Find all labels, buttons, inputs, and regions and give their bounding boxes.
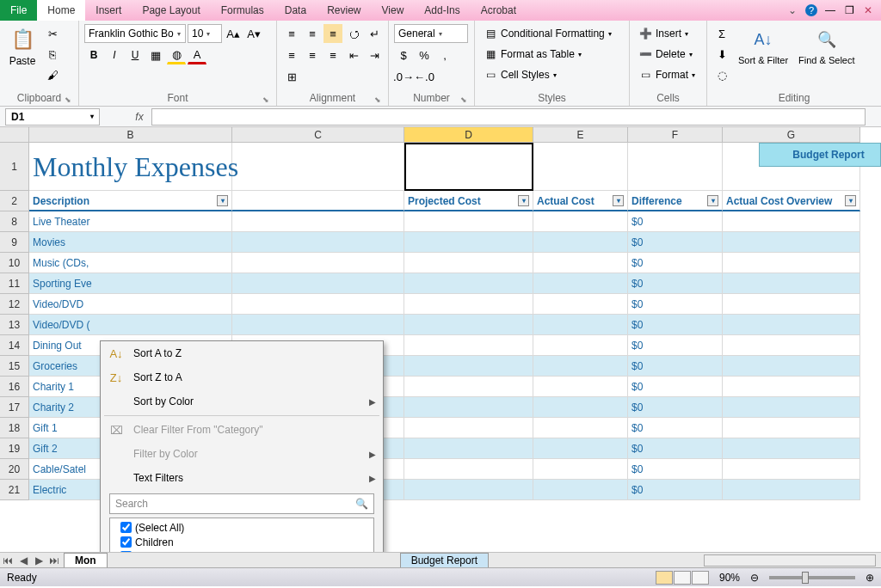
data-cell[interactable]: Video/DVD <box>29 294 232 315</box>
select-all-corner[interactable] <box>0 127 29 143</box>
filter-item[interactable]: Entertainment <box>112 549 372 552</box>
filter-checkbox[interactable] <box>120 536 132 548</box>
filter-checklist[interactable]: (Select All)ChildrenEntertainmentFoodGif… <box>109 518 374 552</box>
cell[interactable] <box>628 143 723 191</box>
align-center-icon[interactable]: ≡ <box>303 46 322 64</box>
table-header[interactable]: Difference▾ <box>628 191 723 211</box>
data-cell[interactable] <box>723 211 860 232</box>
align-middle-icon[interactable]: ≡ <box>303 24 322 43</box>
format-painter-icon[interactable]: 🖌 <box>43 65 62 84</box>
tab-file[interactable]: File <box>0 0 37 21</box>
data-cell[interactable] <box>533 294 628 315</box>
data-cell[interactable] <box>723 459 860 480</box>
tab-add-ins[interactable]: Add-Ins <box>414 0 470 21</box>
data-cell[interactable] <box>533 459 628 480</box>
data-cell[interactable]: $0 <box>628 480 723 500</box>
column-header-G[interactable]: G <box>723 127 860 143</box>
data-cell[interactable] <box>533 315 628 335</box>
view-page-layout-button[interactable] <box>674 571 691 585</box>
border-button[interactable]: ▦ <box>146 46 165 64</box>
tab-acrobat[interactable]: Acrobat <box>471 0 527 21</box>
paste-button[interactable]: 📋 Paste <box>5 24 40 69</box>
underline-button[interactable]: U <box>126 46 145 64</box>
font-size-combo[interactable]: 10▾ <box>188 24 222 43</box>
row-header[interactable]: 12 <box>0 294 29 315</box>
data-cell[interactable] <box>723 377 860 397</box>
row-header[interactable]: 2 <box>0 191 29 211</box>
column-header-D[interactable]: D <box>404 127 533 143</box>
column-header-B[interactable]: B <box>29 127 232 143</box>
column-header-E[interactable]: E <box>533 127 628 143</box>
cell-styles-button[interactable]: ▭Cell Styles ▾ <box>480 65 560 84</box>
tab-review[interactable]: Review <box>317 0 371 21</box>
data-cell[interactable]: $0 <box>628 211 723 232</box>
filter-search-input[interactable]: Search🔍 <box>109 493 374 514</box>
data-cell[interactable] <box>404 253 533 273</box>
decrease-indent-icon[interactable]: ⇤ <box>344 46 363 64</box>
tab-formulas[interactable]: Formulas <box>211 0 274 21</box>
data-cell[interactable]: $0 <box>628 273 723 294</box>
insert-cells-button[interactable]: ➕Insert ▾ <box>635 24 692 43</box>
data-cell[interactable]: $0 <box>628 232 723 253</box>
data-cell[interactable] <box>533 273 628 294</box>
budget-report-button[interactable]: Budget Report <box>759 143 881 167</box>
sheet-tab-active[interactable]: Mon <box>64 553 108 567</box>
data-cell[interactable] <box>404 273 533 294</box>
data-cell[interactable]: $0 <box>628 418 723 438</box>
data-cell[interactable] <box>723 232 860 253</box>
window-close-icon[interactable]: ✕ <box>862 4 874 16</box>
text-filters[interactable]: Text Filters▶ <box>101 466 383 490</box>
data-cell[interactable] <box>533 356 628 377</box>
font-color-button[interactable]: A <box>188 46 206 64</box>
window-restore-icon[interactable]: ❐ <box>843 4 855 16</box>
sheet-tab-budget[interactable]: Budget Report <box>400 553 489 567</box>
data-cell[interactable]: Music (CDs, <box>29 253 232 273</box>
tab-nav-last[interactable]: ⏭ <box>46 554 62 567</box>
format-as-table-button[interactable]: ▦Format as Table ▾ <box>480 45 585 64</box>
sort-filter-button[interactable]: A↓ Sort & Filter <box>735 24 792 67</box>
find-select-button[interactable]: 🔍 Find & Select <box>795 24 858 67</box>
shrink-font-icon[interactable]: A▾ <box>244 24 263 43</box>
data-cell[interactable] <box>723 294 860 315</box>
data-cell[interactable] <box>533 211 628 232</box>
data-cell[interactable] <box>533 253 628 273</box>
filter-dropdown-button[interactable]: ▾ <box>707 195 718 206</box>
data-cell[interactable] <box>404 315 533 335</box>
data-cell[interactable] <box>232 211 404 232</box>
data-cell[interactable] <box>533 377 628 397</box>
data-cell[interactable]: $0 <box>628 253 723 273</box>
data-cell[interactable] <box>404 211 533 232</box>
data-cell[interactable] <box>404 418 533 438</box>
tab-view[interactable]: View <box>372 0 415 21</box>
data-cell[interactable] <box>232 253 404 273</box>
table-header[interactable]: Projected Cost▾ <box>404 191 533 211</box>
data-cell[interactable] <box>723 356 860 377</box>
data-cell[interactable] <box>533 397 628 418</box>
data-cell[interactable] <box>232 294 404 315</box>
row-header[interactable]: 21 <box>0 480 29 500</box>
align-bottom-icon[interactable]: ≡ <box>323 24 342 43</box>
data-cell[interactable] <box>533 438 628 459</box>
data-cell[interactable] <box>232 273 404 294</box>
increase-indent-icon[interactable]: ⇥ <box>365 46 384 64</box>
formula-bar[interactable] <box>151 108 866 126</box>
data-cell[interactable]: $0 <box>628 459 723 480</box>
fill-icon[interactable]: ⬇ <box>712 45 731 64</box>
data-cell[interactable] <box>404 232 533 253</box>
row-header[interactable]: 18 <box>0 418 29 438</box>
name-box[interactable]: D1▾ <box>5 108 100 126</box>
data-cell[interactable] <box>232 315 404 335</box>
zoom-level[interactable]: 90% <box>719 572 740 584</box>
row-header[interactable]: 10 <box>0 253 29 273</box>
data-cell[interactable] <box>723 397 860 418</box>
cell[interactable] <box>232 143 404 191</box>
cell[interactable] <box>404 143 533 191</box>
delete-cells-button[interactable]: ➖Delete ▾ <box>635 45 696 64</box>
data-cell[interactable] <box>723 438 860 459</box>
row-header[interactable]: 16 <box>0 377 29 397</box>
data-cell[interactable] <box>723 253 860 273</box>
sort-a-to-z[interactable]: A↓Sort A to Z <box>101 341 383 365</box>
data-cell[interactable] <box>404 438 533 459</box>
merge-icon[interactable]: ⊞ <box>282 67 301 86</box>
number-format-combo[interactable]: General▾ <box>394 24 468 43</box>
